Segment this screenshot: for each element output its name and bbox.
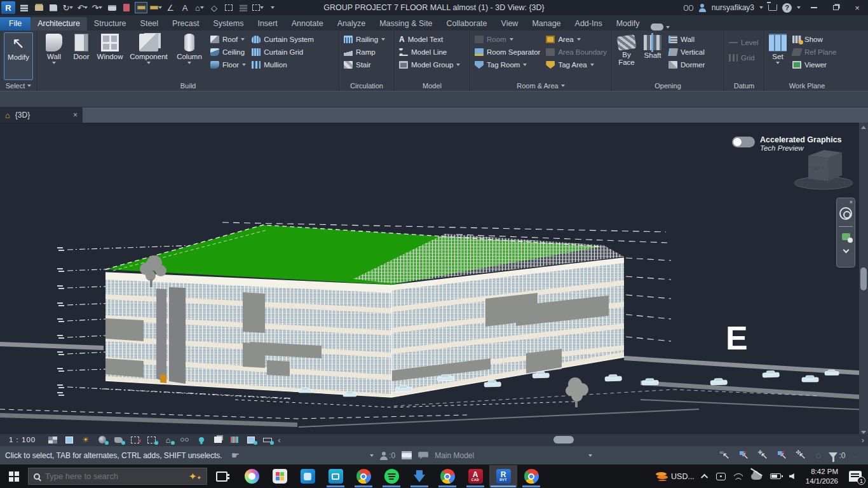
- tag-room-button[interactable]: Tag Room: [475, 60, 540, 70]
- aligned-dimension-icon[interactable]: [149, 2, 162, 13]
- undo-icon[interactable]: ↶: [76, 2, 89, 13]
- column-button[interactable]: Column: [172, 32, 207, 80]
- search-help-icon[interactable]: [684, 5, 693, 11]
- selection-set-icon[interactable]: ◌: [816, 450, 822, 461]
- detail-level-icon[interactable]: [47, 435, 58, 444]
- close-view-tab-icon[interactable]: ×: [73, 111, 78, 119]
- select-links-icon[interactable]: ∞↖: [721, 451, 732, 461]
- grid-button[interactable]: Grid: [729, 53, 759, 63]
- crop-view-icon[interactable]: ×: [130, 435, 140, 444]
- set-button[interactable]: Set: [766, 32, 789, 80]
- taskbar-autocad[interactable]: ACAD: [461, 465, 489, 487]
- select-underlay-icon[interactable]: ×↖: [740, 451, 751, 461]
- level-markers[interactable]: [57, 247, 64, 396]
- ref-plane-button[interactable]: Ref Plane: [792, 47, 837, 57]
- taskbar-chrome-1[interactable]: [349, 465, 377, 487]
- model-text-button[interactable]: AModel Text: [399, 34, 460, 44]
- room-button[interactable]: Room: [475, 34, 540, 44]
- restore-button[interactable]: [827, 1, 844, 14]
- start-button[interactable]: [0, 465, 28, 487]
- worksets-dropdown-icon[interactable]: [370, 454, 374, 457]
- taskbar-revit-active[interactable]: RRVT: [489, 465, 517, 487]
- notification-center-icon[interactable]: 1: [849, 471, 862, 482]
- steering-wheel-icon[interactable]: [839, 207, 852, 220]
- tag-icon[interactable]: ∠: [164, 2, 177, 13]
- battery-icon[interactable]: [770, 473, 781, 479]
- lock-view-icon[interactable]: ⌂: [163, 435, 173, 444]
- navigation-bar[interactable]: ×: [836, 198, 855, 268]
- ribbon-display-toggle[interactable]: [651, 24, 670, 30]
- reveal-constraints-icon[interactable]: [262, 435, 273, 444]
- show-work-plane-button[interactable]: Show: [792, 34, 837, 44]
- app-store-cart-icon[interactable]: [768, 4, 777, 11]
- onedrive-paused-icon[interactable]: [751, 473, 762, 480]
- redo-icon[interactable]: ↷: [91, 2, 104, 13]
- tab-modify[interactable]: Modify: [609, 17, 647, 30]
- default-3d-view-icon[interactable]: ⌂: [193, 2, 206, 13]
- screen-cast-icon[interactable]: [716, 473, 726, 480]
- analytical-model-icon[interactable]: [212, 435, 223, 444]
- vertical-scrollbar[interactable]: [859, 123, 868, 434]
- drawing-area[interactable]: E LEFT Accelerated Graphics Tech Preview…: [0, 123, 868, 434]
- currency-widget[interactable]: USD...: [656, 471, 695, 482]
- task-view-icon[interactable]: [216, 471, 227, 482]
- horizontal-scrollbar[interactable]: [283, 434, 858, 445]
- scroll-right-arrow[interactable]: ›: [862, 435, 864, 445]
- building-3d-model[interactable]: [105, 225, 624, 407]
- main-model-label[interactable]: Main Model: [435, 451, 474, 460]
- volume-icon[interactable]: [789, 473, 794, 479]
- window-button[interactable]: Window: [94, 32, 126, 80]
- customize-qat-icon[interactable]: [266, 2, 279, 13]
- taskbar-chrome-2[interactable]: [433, 465, 461, 487]
- save-icon[interactable]: [47, 2, 60, 13]
- tab-file[interactable]: File: [0, 17, 31, 30]
- tab-manage[interactable]: Manage: [525, 17, 567, 30]
- area-boundary-button[interactable]: Area Boundary: [546, 47, 607, 57]
- navbar-close-icon[interactable]: ×: [850, 200, 853, 205]
- help-icon[interactable]: ?: [782, 3, 792, 13]
- viewcube[interactable]: LEFT: [794, 150, 853, 189]
- railing-button[interactable]: Railing: [344, 34, 385, 44]
- tray-expand-icon[interactable]: [701, 473, 708, 480]
- editable-only-control[interactable]: :0: [380, 451, 395, 460]
- temp-hide-isolate-icon[interactable]: [196, 435, 207, 444]
- stair-button[interactable]: Stair: [344, 60, 385, 70]
- vertical-scroll-thumb[interactable]: [860, 268, 867, 290]
- component-button[interactable]: Component: [126, 32, 171, 80]
- tab-steel[interactable]: Steel: [133, 17, 166, 30]
- revit-logo-icon[interactable]: R: [1, 1, 15, 14]
- filter-control[interactable]: :0: [829, 451, 845, 460]
- sync-icon[interactable]: ↻: [62, 2, 74, 13]
- dormer-button[interactable]: Dormer: [668, 60, 705, 70]
- scroll-up-arrow[interactable]: [859, 123, 868, 132]
- taskbar-downloads[interactable]: [405, 465, 433, 487]
- tab-precast[interactable]: Precast: [165, 17, 206, 30]
- tab-structure[interactable]: Structure: [87, 17, 133, 30]
- wall-button[interactable]: Wall: [39, 32, 69, 80]
- text-icon[interactable]: A: [179, 2, 191, 13]
- scroll-left-arrow[interactable]: ‹: [278, 435, 280, 445]
- username-dropdown-icon[interactable]: [759, 6, 763, 9]
- help-dropdown-icon[interactable]: [797, 6, 801, 9]
- minimize-button[interactable]: [806, 1, 822, 14]
- navbar-expand-icon[interactable]: [843, 247, 849, 254]
- close-hidden-windows-icon[interactable]: [237, 2, 250, 13]
- design-options-icon[interactable]: [418, 452, 428, 459]
- panel-label-room-area[interactable]: Room & Area: [470, 80, 611, 91]
- worksets-icon[interactable]: [402, 451, 412, 459]
- ceiling-button[interactable]: Ceiling: [210, 47, 246, 57]
- open-icon[interactable]: [32, 2, 45, 13]
- tab-collaborate[interactable]: Collaborate: [440, 17, 494, 30]
- thin-lines-icon[interactable]: [222, 2, 235, 13]
- select-by-face-icon[interactable]: ×↖: [778, 451, 789, 461]
- drag-elements-icon[interactable]: ✣↖: [797, 451, 808, 461]
- taskbar-store[interactable]: [266, 465, 294, 487]
- 3d-view-svg[interactable]: E LEFT: [0, 123, 868, 434]
- taskbar-chrome-3[interactable]: [517, 465, 545, 487]
- zoom-tool-icon[interactable]: [842, 233, 850, 240]
- roof-button[interactable]: Roof: [210, 34, 246, 44]
- accelerated-graphics-toggle[interactable]: [732, 137, 755, 147]
- visual-style-icon[interactable]: [64, 435, 74, 444]
- tab-massing-site[interactable]: Massing & Site: [372, 17, 439, 30]
- tab-annotate[interactable]: Annotate: [285, 17, 330, 30]
